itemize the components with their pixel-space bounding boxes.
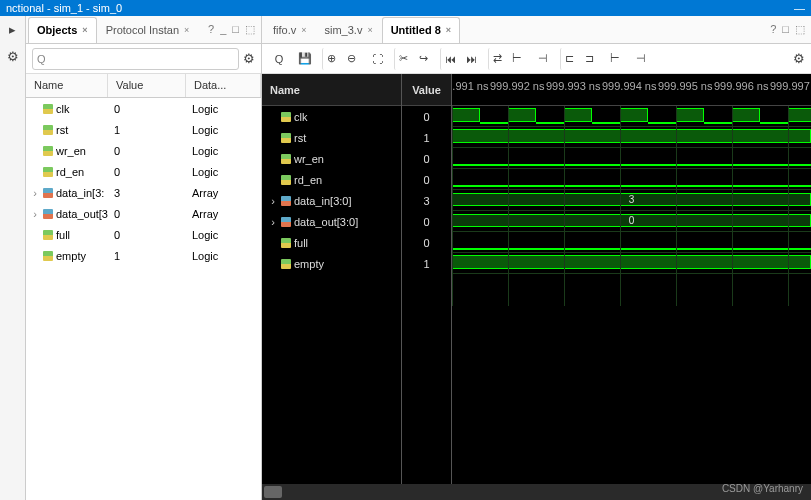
signal-name: clk [56,103,69,115]
ruler-tick: 999.992 ns [490,80,544,92]
zoom-in-icon[interactable]: ⊕ [322,48,336,70]
wave-signal-name[interactable]: empty [262,253,401,274]
signal-icon [281,133,291,143]
search-icon[interactable]: Q [268,48,290,70]
maximize-icon[interactable]: □ [232,23,239,36]
wave-signal-name[interactable]: clk [262,106,401,127]
signal-name: rd_en [56,166,84,178]
panel-toggle-icon[interactable]: ▸ [9,22,16,37]
close-icon[interactable]: × [446,25,451,35]
signal-row[interactable]: clk0Logic [26,98,261,119]
signal-icon [281,259,291,269]
expand-icon[interactable]: › [268,216,278,228]
wave-signal-name[interactable]: wr_en [262,148,401,169]
close-icon[interactable]: × [367,25,372,35]
signal-icon [43,209,53,219]
signal-row[interactable]: ›data_out[30Array [26,203,261,224]
cut-icon[interactable]: ✂ [394,48,408,70]
signal-value: 0 [108,229,186,241]
help-icon[interactable]: ? [208,23,214,36]
float-icon[interactable]: ⬚ [245,23,255,36]
signal-row[interactable]: empty1Logic [26,245,261,266]
next-edge-icon[interactable]: ⏭ [460,48,482,70]
marker4-icon[interactable]: ⊣ [630,48,652,70]
gear-icon[interactable]: ⚙ [7,49,19,64]
search-input[interactable] [49,53,234,65]
zoom-fit-icon[interactable]: ⛶ [366,48,388,70]
prev-edge-icon[interactable]: ⏮ [440,48,456,70]
signal-row[interactable]: rst1Logic [26,119,261,140]
signal-icon [281,112,291,122]
signal-icon [43,104,53,114]
wave-signal-value: 0 [402,148,451,169]
scrollbar-thumb[interactable] [264,486,282,498]
search-icon: Q [37,53,46,65]
signal-value: 0 [108,166,186,178]
wave-trace [452,232,811,253]
expand-icon[interactable]: › [30,187,40,199]
tab-protocol-instan[interactable]: Protocol Instan× [97,17,199,43]
restore-icon[interactable]: _ [220,23,226,36]
wave-signal-name[interactable]: ›data_out[3:0] [262,211,401,232]
signal-row[interactable]: ›data_in[3:3Array [26,182,261,203]
close-icon[interactable]: × [82,25,87,35]
window-title-bar: nctional - sim_1 - sim_0 — [0,0,811,16]
wave-signal-value: 0 [402,211,451,232]
swap-icon[interactable]: ⇄ [488,48,502,70]
signal-name: empty [56,250,86,262]
tab-sim_3-v[interactable]: sim_3.v× [316,17,382,43]
marker3-icon[interactable]: ⊢ [604,48,626,70]
marker2-icon[interactable]: ⊐ [578,48,600,70]
wave-signal-name[interactable]: rd_en [262,169,401,190]
maximize-icon[interactable]: □ [782,23,789,36]
goto-icon[interactable]: ↪ [412,48,434,70]
signal-icon [281,154,291,164]
float-icon[interactable]: ⬚ [795,23,805,36]
signal-value: 1 [108,124,186,136]
window-title: nctional - sim_1 - sim_0 [6,2,122,14]
col-name[interactable]: Name [26,74,108,97]
save-icon[interactable]: 💾 [294,48,316,70]
signal-value: 0 [108,145,186,157]
right-tabs: fifo.v×sim_3.v×Untitled 8× ? □ ⬚ [262,16,811,44]
zoom-out-icon[interactable]: ⊖ [340,48,362,70]
add-marker-icon[interactable]: ⊢ [506,48,528,70]
signal-icon [43,167,53,177]
signal-value: 3 [108,187,186,199]
wave-value-header[interactable]: Value [402,74,451,106]
col-value[interactable]: Value [108,74,186,97]
expand-icon[interactable]: › [268,195,278,207]
tab-objects[interactable]: Objects× [28,17,97,43]
minimize-icon[interactable]: — [794,2,805,14]
close-icon[interactable]: × [184,25,189,35]
ruler-tick: 999.993 ns [546,80,600,92]
signal-icon [281,238,291,248]
signal-value: 0 [108,208,186,220]
wave-plot[interactable]: 999.991 ns999.992 ns999.993 ns999.994 ns… [452,74,811,484]
settings-icon[interactable]: ⚙ [243,51,255,66]
signal-row[interactable]: wr_en0Logic [26,140,261,161]
wave-settings-icon[interactable]: ⚙ [793,51,805,66]
wave-signal-name[interactable]: full [262,232,401,253]
wave-signal-name[interactable]: rst [262,127,401,148]
expand-icon[interactable]: › [30,208,40,220]
wave-signal-name[interactable]: ›data_in[3:0] [262,190,401,211]
signal-type: Logic [186,229,261,241]
close-icon[interactable]: × [301,25,306,35]
col-data[interactable]: Data... [186,74,261,97]
wave-name-column: Name clkrstwr_enrd_en›data_in[3:0]›data_… [262,74,402,484]
signal-row[interactable]: rd_en0Logic [26,161,261,182]
marker1-icon[interactable]: ⊏ [560,48,574,70]
time-ruler: 999.991 ns999.992 ns999.993 ns999.994 ns… [452,74,811,106]
help-icon[interactable]: ? [770,23,776,36]
search-input-wrap[interactable]: Q [32,48,239,70]
wave-name-header[interactable]: Name [262,74,401,106]
wave-trace: 0 [452,211,811,232]
wave-signal-value: 1 [402,127,451,148]
prev-marker-icon[interactable]: ⊣ [532,48,554,70]
signal-icon [43,188,53,198]
tab-fifo-v[interactable]: fifo.v× [264,17,316,43]
wave-trace [452,127,811,148]
signal-row[interactable]: full0Logic [26,224,261,245]
tab-untitled-8[interactable]: Untitled 8× [382,17,460,43]
